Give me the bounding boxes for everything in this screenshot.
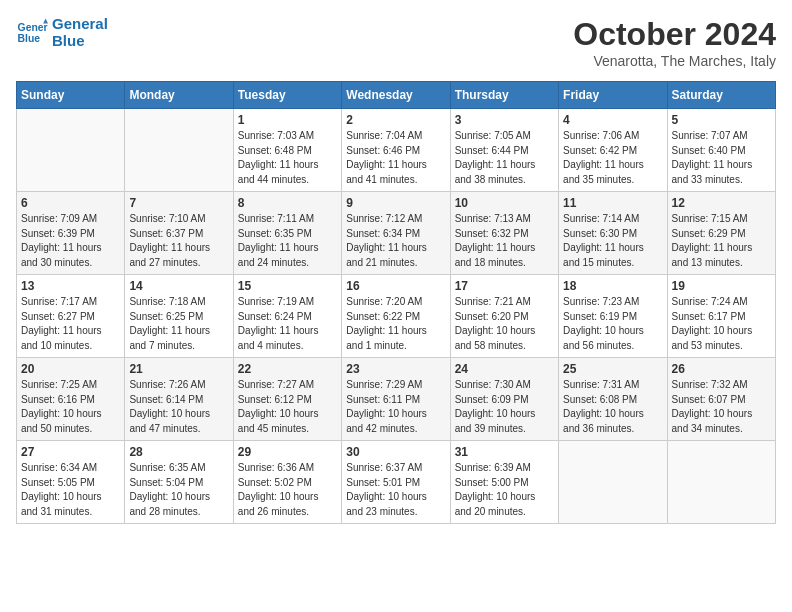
calendar-cell: 9Sunrise: 7:12 AM Sunset: 6:34 PM Daylig… [342,192,450,275]
calendar-week-row: 27Sunrise: 6:34 AM Sunset: 5:05 PM Dayli… [17,441,776,524]
day-number: 3 [455,113,554,127]
day-number: 26 [672,362,771,376]
logo-icon: General Blue [16,17,48,49]
calendar-cell: 10Sunrise: 7:13 AM Sunset: 6:32 PM Dayli… [450,192,558,275]
day-detail: Sunrise: 7:10 AM Sunset: 6:37 PM Dayligh… [129,212,228,270]
day-detail: Sunrise: 6:37 AM Sunset: 5:01 PM Dayligh… [346,461,445,519]
day-number: 12 [672,196,771,210]
day-detail: Sunrise: 6:34 AM Sunset: 5:05 PM Dayligh… [21,461,120,519]
calendar-cell [667,441,775,524]
calendar-cell: 30Sunrise: 6:37 AM Sunset: 5:01 PM Dayli… [342,441,450,524]
day-detail: Sunrise: 7:17 AM Sunset: 6:27 PM Dayligh… [21,295,120,353]
day-detail: Sunrise: 7:06 AM Sunset: 6:42 PM Dayligh… [563,129,662,187]
location: Venarotta, The Marches, Italy [573,53,776,69]
header-day: Friday [559,82,667,109]
day-number: 31 [455,445,554,459]
logo: General Blue General Blue [16,16,108,49]
calendar-cell [559,441,667,524]
header-day: Monday [125,82,233,109]
day-detail: Sunrise: 7:07 AM Sunset: 6:40 PM Dayligh… [672,129,771,187]
calendar-cell: 2Sunrise: 7:04 AM Sunset: 6:46 PM Daylig… [342,109,450,192]
day-detail: Sunrise: 7:26 AM Sunset: 6:14 PM Dayligh… [129,378,228,436]
day-detail: Sunrise: 6:35 AM Sunset: 5:04 PM Dayligh… [129,461,228,519]
svg-marker-2 [43,18,48,23]
day-detail: Sunrise: 7:09 AM Sunset: 6:39 PM Dayligh… [21,212,120,270]
calendar-body: 1Sunrise: 7:03 AM Sunset: 6:48 PM Daylig… [17,109,776,524]
svg-text:Blue: Blue [18,32,41,43]
calendar-cell: 7Sunrise: 7:10 AM Sunset: 6:37 PM Daylig… [125,192,233,275]
day-number: 6 [21,196,120,210]
calendar-cell: 14Sunrise: 7:18 AM Sunset: 6:25 PM Dayli… [125,275,233,358]
day-number: 7 [129,196,228,210]
day-detail: Sunrise: 7:12 AM Sunset: 6:34 PM Dayligh… [346,212,445,270]
day-detail: Sunrise: 7:29 AM Sunset: 6:11 PM Dayligh… [346,378,445,436]
day-number: 13 [21,279,120,293]
calendar-cell: 18Sunrise: 7:23 AM Sunset: 6:19 PM Dayli… [559,275,667,358]
header-row: SundayMondayTuesdayWednesdayThursdayFrid… [17,82,776,109]
day-number: 22 [238,362,337,376]
day-number: 21 [129,362,228,376]
day-detail: Sunrise: 7:20 AM Sunset: 6:22 PM Dayligh… [346,295,445,353]
day-detail: Sunrise: 7:14 AM Sunset: 6:30 PM Dayligh… [563,212,662,270]
calendar-cell: 13Sunrise: 7:17 AM Sunset: 6:27 PM Dayli… [17,275,125,358]
calendar-cell: 29Sunrise: 6:36 AM Sunset: 5:02 PM Dayli… [233,441,341,524]
title-block: October 2024 Venarotta, The Marches, Ita… [573,16,776,69]
day-number: 23 [346,362,445,376]
day-number: 24 [455,362,554,376]
day-detail: Sunrise: 7:27 AM Sunset: 6:12 PM Dayligh… [238,378,337,436]
logo-line2: Blue [52,33,108,50]
day-number: 15 [238,279,337,293]
day-number: 17 [455,279,554,293]
calendar-table: SundayMondayTuesdayWednesdayThursdayFrid… [16,81,776,524]
calendar-cell [17,109,125,192]
logo-line1: General [52,16,108,33]
day-detail: Sunrise: 7:32 AM Sunset: 6:07 PM Dayligh… [672,378,771,436]
calendar-cell: 6Sunrise: 7:09 AM Sunset: 6:39 PM Daylig… [17,192,125,275]
day-detail: Sunrise: 7:18 AM Sunset: 6:25 PM Dayligh… [129,295,228,353]
day-number: 4 [563,113,662,127]
calendar-cell: 24Sunrise: 7:30 AM Sunset: 6:09 PM Dayli… [450,358,558,441]
calendar-cell: 8Sunrise: 7:11 AM Sunset: 6:35 PM Daylig… [233,192,341,275]
day-detail: Sunrise: 7:25 AM Sunset: 6:16 PM Dayligh… [21,378,120,436]
calendar-cell: 5Sunrise: 7:07 AM Sunset: 6:40 PM Daylig… [667,109,775,192]
calendar-cell: 25Sunrise: 7:31 AM Sunset: 6:08 PM Dayli… [559,358,667,441]
calendar-cell: 19Sunrise: 7:24 AM Sunset: 6:17 PM Dayli… [667,275,775,358]
calendar-week-row: 1Sunrise: 7:03 AM Sunset: 6:48 PM Daylig… [17,109,776,192]
day-number: 16 [346,279,445,293]
day-detail: Sunrise: 6:39 AM Sunset: 5:00 PM Dayligh… [455,461,554,519]
calendar-cell: 28Sunrise: 6:35 AM Sunset: 5:04 PM Dayli… [125,441,233,524]
day-number: 1 [238,113,337,127]
header-day: Thursday [450,82,558,109]
day-number: 5 [672,113,771,127]
day-detail: Sunrise: 7:04 AM Sunset: 6:46 PM Dayligh… [346,129,445,187]
calendar-cell: 20Sunrise: 7:25 AM Sunset: 6:16 PM Dayli… [17,358,125,441]
calendar-cell: 3Sunrise: 7:05 AM Sunset: 6:44 PM Daylig… [450,109,558,192]
calendar-cell: 31Sunrise: 6:39 AM Sunset: 5:00 PM Dayli… [450,441,558,524]
calendar-week-row: 13Sunrise: 7:17 AM Sunset: 6:27 PM Dayli… [17,275,776,358]
calendar-cell: 26Sunrise: 7:32 AM Sunset: 6:07 PM Dayli… [667,358,775,441]
day-number: 18 [563,279,662,293]
svg-text:General: General [18,22,48,33]
calendar-cell [125,109,233,192]
page-header: General Blue General Blue October 2024 V… [16,16,776,69]
day-number: 9 [346,196,445,210]
header-day: Tuesday [233,82,341,109]
day-number: 30 [346,445,445,459]
month-title: October 2024 [573,16,776,53]
calendar-cell: 27Sunrise: 6:34 AM Sunset: 5:05 PM Dayli… [17,441,125,524]
day-number: 14 [129,279,228,293]
calendar-cell: 21Sunrise: 7:26 AM Sunset: 6:14 PM Dayli… [125,358,233,441]
day-detail: Sunrise: 7:21 AM Sunset: 6:20 PM Dayligh… [455,295,554,353]
day-detail: Sunrise: 7:03 AM Sunset: 6:48 PM Dayligh… [238,129,337,187]
day-detail: Sunrise: 7:13 AM Sunset: 6:32 PM Dayligh… [455,212,554,270]
day-number: 29 [238,445,337,459]
calendar-cell: 16Sunrise: 7:20 AM Sunset: 6:22 PM Dayli… [342,275,450,358]
day-number: 20 [21,362,120,376]
day-number: 28 [129,445,228,459]
header-day: Sunday [17,82,125,109]
day-number: 11 [563,196,662,210]
day-detail: Sunrise: 7:23 AM Sunset: 6:19 PM Dayligh… [563,295,662,353]
day-number: 10 [455,196,554,210]
day-detail: Sunrise: 7:15 AM Sunset: 6:29 PM Dayligh… [672,212,771,270]
calendar-cell: 23Sunrise: 7:29 AM Sunset: 6:11 PM Dayli… [342,358,450,441]
